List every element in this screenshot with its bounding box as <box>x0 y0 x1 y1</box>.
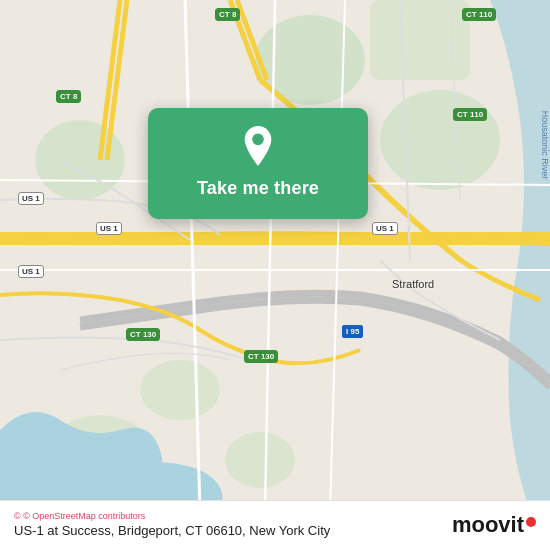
road-badge-us1-left1: US 1 <box>18 192 44 205</box>
svg-point-7 <box>225 432 295 488</box>
road-badge-ct8-top: CT 8 <box>215 8 240 21</box>
svg-point-5 <box>140 360 220 420</box>
location-pin-icon <box>238 126 278 166</box>
road-badge-ct8-left: CT 8 <box>56 90 81 103</box>
road-badge-us1-left2: US 1 <box>96 222 122 235</box>
moovit-name: moovit <box>452 512 524 538</box>
osm-credit: © © OpenStreetMap contributors <box>14 511 330 521</box>
bottom-bar: © © OpenStreetMap contributors US-1 at S… <box>0 500 550 550</box>
svg-rect-4 <box>370 0 470 80</box>
road-badge-us1-right: US 1 <box>372 222 398 235</box>
road-badge-i95: I 95 <box>342 325 363 338</box>
road-badge-ct110-mid: CT 110 <box>453 108 487 121</box>
moovit-logo: moovit <box>452 512 536 538</box>
moovit-dot <box>526 517 536 527</box>
location-text: US-1 at Success, Bridgeport, CT 06610, N… <box>14 523 330 538</box>
svg-point-2 <box>380 90 500 190</box>
road-badge-ct130-left: CT 130 <box>126 328 160 341</box>
take-me-there-button[interactable]: Take me there <box>197 174 319 203</box>
road-badge-us1-left3: US 1 <box>18 265 44 278</box>
svg-point-21 <box>252 134 264 146</box>
road-badge-ct110-top: CT 110 <box>462 8 496 21</box>
popup-card: Take me there <box>148 108 368 219</box>
map-container: CT 8 CT 8 CT 110 CT 110 US 1 US 1 US 1 U… <box>0 0 550 550</box>
river-label: Housatonic River <box>541 111 550 180</box>
bottom-left-info: © © OpenStreetMap contributors US-1 at S… <box>14 511 330 538</box>
place-label-stratford: Stratford <box>392 278 434 290</box>
road-badge-ct130-right: CT 130 <box>244 350 278 363</box>
